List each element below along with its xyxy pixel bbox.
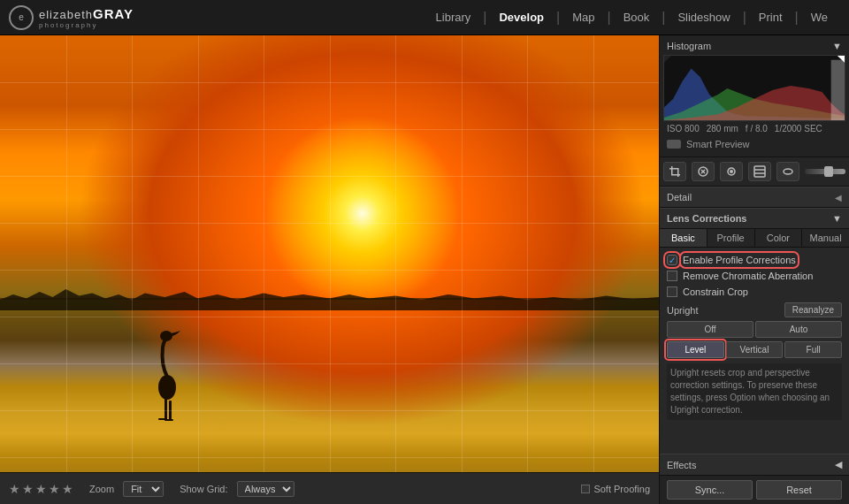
nav-links: Library | Develop | Map | Book | Slidesh… <box>424 0 840 35</box>
constrain-crop-label: Constrain Crop <box>683 286 748 297</box>
lens-tabs: Basic Profile Color Manual <box>660 229 849 248</box>
logo-text-block: elizabethGRAY photography <box>39 6 134 29</box>
star-1[interactable]: ★ <box>9 482 20 496</box>
focal-length: 280 mm <box>707 124 738 134</box>
smart-preview-icon <box>667 140 681 149</box>
redeye-icon[interactable] <box>720 162 743 181</box>
histogram-collapse-icon[interactable]: ▼ <box>832 41 842 51</box>
enable-profile-checkbox[interactable]: ✓ <box>667 255 677 265</box>
brush-size-thumb[interactable] <box>824 166 833 177</box>
star-5[interactable]: ★ <box>62 482 73 496</box>
svg-rect-0 <box>164 396 167 421</box>
nav-item-library[interactable]: Library <box>424 0 484 35</box>
lens-corrections-header[interactable]: Lens Corrections ▼ <box>660 208 849 229</box>
graduated-filter-icon[interactable] <box>748 162 771 181</box>
svg-rect-1 <box>169 401 172 421</box>
show-grid-select[interactable]: Always Never Auto <box>237 481 294 497</box>
nav-item-book[interactable]: Book <box>611 0 662 35</box>
svg-point-21 <box>784 169 792 174</box>
detail-section-header[interactable]: Detail ◀ <box>660 187 849 207</box>
effects-collapse-icon[interactable]: ◀ <box>835 459 842 470</box>
nav-item-print[interactable]: Print <box>746 0 795 35</box>
detail-label: Detail <box>667 192 692 202</box>
spot-removal-icon[interactable] <box>692 162 715 181</box>
histogram-section: Histogram ▼ <box>660 35 849 157</box>
remove-chromatic-aberration-row: Remove Chromatic Aberration <box>667 271 842 281</box>
lens-content: ✓ Enable Profile Corrections Remove Chro… <box>660 248 849 427</box>
svg-rect-9 <box>669 168 678 170</box>
logo-text: elizabethGRAY <box>39 8 134 21</box>
detail-collapse-icon[interactable]: ◀ <box>835 193 842 202</box>
histogram-info: ISO 800 280 mm f / 8.0 1/2000 SEC <box>663 121 845 136</box>
histogram-canvas <box>663 55 845 121</box>
constrain-crop-row: Constrain Crop <box>667 286 842 297</box>
effects-title: Effects <box>667 460 696 470</box>
star-4[interactable]: ★ <box>49 482 60 496</box>
upright-row: Upright Reanalyze <box>667 302 842 317</box>
svg-rect-12 <box>677 168 679 177</box>
iso-value: ISO 800 <box>667 124 700 134</box>
soft-proofing-toggle[interactable]: Soft Proofing <box>581 484 650 494</box>
zoom-label: Zoom <box>89 484 114 494</box>
svg-rect-10 <box>671 166 673 175</box>
smart-preview-row: Smart Preview <box>663 136 845 153</box>
lens-corrections-title: Lens Corrections <box>667 213 746 224</box>
svg-rect-18 <box>754 166 765 177</box>
effects-header[interactable]: Effects ◀ <box>660 454 849 475</box>
smart-preview-label: Smart Preview <box>686 139 750 149</box>
chromatic-aberration-checkbox[interactable] <box>667 271 677 281</box>
upright-auto-button[interactable]: Auto <box>755 321 842 338</box>
tab-basic[interactable]: Basic <box>660 229 708 247</box>
tab-color[interactable]: Color <box>755 229 803 247</box>
svg-rect-3 <box>165 419 173 421</box>
photo-background <box>0 35 659 504</box>
upright-label: Upright <box>667 305 698 316</box>
nav-item-develop[interactable]: Develop <box>486 0 556 35</box>
photo-horizon <box>0 298 659 300</box>
nav-item-we[interactable]: We <box>799 0 840 35</box>
logo-last: GRAY <box>93 6 134 21</box>
upright-off-button[interactable]: Off <box>667 321 753 338</box>
aperture-value: f / 8.0 <box>746 124 768 134</box>
svg-point-4 <box>158 375 176 400</box>
star-2[interactable]: ★ <box>22 482 34 496</box>
tab-manual[interactable]: Manual <box>802 229 849 247</box>
enable-profile-corrections-row: ✓ Enable Profile Corrections <box>667 255 842 265</box>
brush-size-slider[interactable] <box>805 169 845 174</box>
histogram-header: Histogram ▼ <box>663 39 845 55</box>
constrain-crop-checkbox[interactable] <box>667 286 677 297</box>
nav-item-map[interactable]: Map <box>560 0 607 35</box>
zoom-select[interactable]: Fit Fill 1:1 2:1 <box>123 481 164 497</box>
lens-corrections-collapse-icon[interactable]: ▼ <box>832 213 842 224</box>
upright-level-button[interactable]: Level <box>667 341 724 358</box>
soft-proofing-label: Soft Proofing <box>593 484 650 494</box>
bottom-toolbar: ★ ★ ★ ★ ★ Zoom Fit Fill 1:1 2:1 Show Gri… <box>0 472 659 504</box>
logo-first: elizabeth <box>39 8 93 21</box>
crop-tool-icon[interactable] <box>663 162 686 181</box>
photo-canvas <box>0 35 659 504</box>
upright-vertical-button[interactable]: Vertical <box>726 341 784 358</box>
upright-section: Upright Reanalyze Off Auto Level Vertica… <box>667 302 842 420</box>
tab-profile[interactable]: Profile <box>708 229 755 247</box>
histogram-title: Histogram <box>667 41 711 51</box>
reanalyze-button[interactable]: Reanalyze <box>784 302 842 317</box>
right-panel: Histogram ▼ <box>659 35 849 504</box>
star-rating[interactable]: ★ ★ ★ ★ ★ <box>9 482 73 496</box>
upright-buttons-row1: Off Auto <box>667 321 842 338</box>
radial-filter-icon[interactable] <box>776 162 799 181</box>
soft-proofing-checkbox[interactable] <box>581 485 590 493</box>
shutter-speed: 1/2000 SEC <box>775 124 822 134</box>
nav-item-slideshow[interactable]: Slideshow <box>665 0 742 35</box>
reset-button[interactable]: Reset <box>756 480 842 500</box>
logo-sub: photography <box>39 21 134 29</box>
panel-bottom-buttons: Sync... Reset <box>660 475 849 504</box>
upright-full-button[interactable]: Full <box>784 341 842 358</box>
tools-row <box>660 157 849 187</box>
show-grid-label: Show Grid: <box>180 484 227 494</box>
lens-corrections-panel: Lens Corrections ▼ Basic Profile Color M… <box>660 208 849 454</box>
top-navigation: e elizabethGRAY photography Library | De… <box>0 0 849 35</box>
sync-button[interactable]: Sync... <box>667 480 753 500</box>
image-area[interactable]: ★ ★ ★ ★ ★ Zoom Fit Fill 1:1 2:1 Show Gri… <box>0 35 659 504</box>
logo-circle-icon: e <box>9 5 34 30</box>
star-3[interactable]: ★ <box>35 482 47 496</box>
